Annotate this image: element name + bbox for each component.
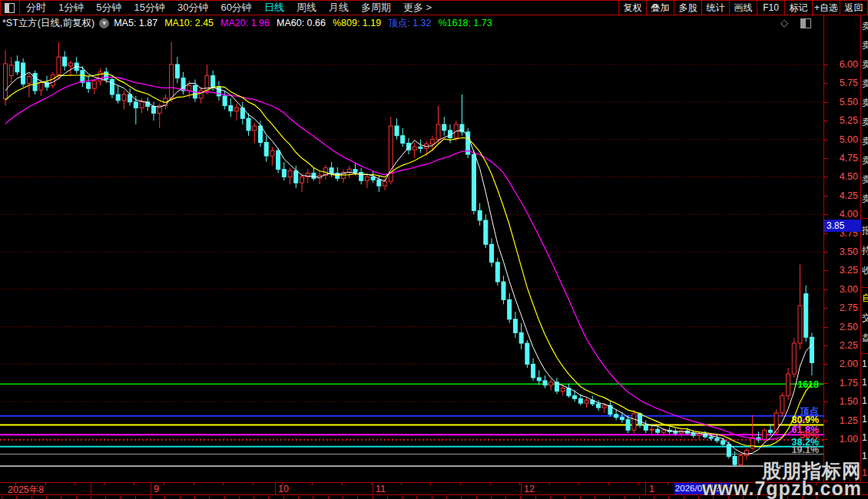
lower-pane-tick: [609, 496, 610, 499]
right-panel-label: 卖: [862, 156, 868, 166]
button-叠加[interactable]: 叠加: [646, 1, 674, 15]
week-tick: [45, 483, 46, 485]
week-tick: [490, 483, 491, 485]
tab-30分钟[interactable]: 30分钟: [177, 1, 208, 15]
button-画线[interactable]: 画线: [729, 1, 757, 15]
panel-toggle-button[interactable]: [1, 1, 20, 15]
price-axis-label: 2.50: [840, 322, 858, 332]
toolbar-buttons: 复权叠加多股统计画线F10标记+自选返回: [618, 1, 867, 15]
right-panel-label: 1: [862, 433, 867, 443]
lower-pane-tick: [520, 496, 521, 499]
week-tick: [223, 483, 224, 485]
week-tick: [342, 483, 343, 485]
lower-pane-tick: [2, 496, 2, 499]
price-axis-label: 2.75: [840, 302, 858, 313]
lower-pane-tick: [194, 496, 195, 499]
tab-60分钟[interactable]: 60分钟: [220, 1, 251, 15]
week-tick: [312, 483, 313, 485]
tab-1分钟[interactable]: 1分钟: [58, 1, 84, 15]
tab-更多 >[interactable]: 更多 >: [403, 1, 432, 15]
lower-pane-tick: [343, 496, 343, 499]
week-tick: [75, 483, 75, 485]
ma-indicator-values: MA5: 1.87MA10: 2.45MA20: 1.96MA60: 0.66%…: [114, 17, 499, 30]
button-多股[interactable]: 多股: [674, 1, 701, 15]
week-tick: [638, 483, 639, 485]
week-tick: [549, 483, 550, 485]
right-panel-label: 交: [862, 313, 868, 323]
month-separator: [151, 483, 151, 494]
lower-pane-tick: [105, 496, 106, 499]
price-axis-label: 3.50: [840, 246, 858, 257]
indicator-value: MA60: 0.66: [277, 18, 326, 28]
lower-pane-tick: [639, 496, 640, 499]
tab-多周期[interactable]: 多周期: [361, 1, 391, 15]
indicator-value: %809: 1.19: [333, 18, 381, 28]
tab-分时[interactable]: 分时: [26, 1, 46, 15]
price-axis-label: 2.00: [840, 359, 858, 369]
indicator-value: MA5: 1.87: [114, 18, 157, 28]
candlestick-chart[interactable]: 1618顶点80.9%61.8%50%38.2%19.1%: [0, 31, 823, 482]
indicator-value: 顶点: 1.32: [388, 18, 431, 28]
lower-pane-tick: [239, 496, 240, 499]
price-axis-label: 6.00: [840, 59, 858, 70]
tab-日线[interactable]: 日线: [264, 1, 284, 15]
right-panel-label: 收: [862, 266, 868, 276]
price-axis-label: 5.75: [840, 78, 858, 88]
right-panel-label: 卖: [862, 41, 868, 51]
date-axis-label: 1: [649, 484, 654, 494]
right-panel-label: 卖: [862, 21, 868, 31]
lower-pane-tick: [253, 496, 254, 499]
lower-pane-tick: [580, 496, 581, 499]
price-axis-label: 3.00: [840, 284, 858, 295]
price-axis-label: 2.25: [840, 340, 858, 351]
button-返回[interactable]: 返回: [840, 1, 867, 15]
button-复权[interactable]: 复权: [618, 1, 646, 15]
week-tick: [578, 483, 579, 485]
lower-pane-tick: [328, 496, 329, 499]
lower-pane-tick: [180, 496, 181, 499]
chevron-down-icon[interactable]: ▾: [99, 18, 109, 28]
diamond-icon[interactable]: ◇: [780, 17, 788, 28]
month-separator: [521, 483, 522, 494]
lower-pane-tick: [298, 496, 299, 499]
button-标记[interactable]: 标记: [784, 1, 812, 15]
lower-pane-tick: [120, 496, 121, 499]
lower-pane-tick: [491, 496, 492, 499]
right-panel-label: 盘: [862, 333, 868, 343]
right-quote-panel-sliver[interactable]: 卖卖卖卖卖卖卖卖卖卖报持收自交盘1111111: [861, 15, 868, 482]
split-pane-icon[interactable]: [800, 18, 811, 28]
button-F10[interactable]: F10: [757, 1, 784, 15]
panel-toggle-icon: [5, 3, 15, 13]
right-panel-label: 卖: [862, 194, 868, 204]
week-tick: [253, 483, 253, 485]
price-axis-label: 4.50: [840, 171, 858, 182]
lower-pane-tick: [209, 496, 210, 499]
week-tick: [460, 483, 461, 485]
price-axis-label: 4.75: [840, 153, 858, 164]
tab-周线[interactable]: 周线: [297, 1, 316, 15]
price-axis-label: 3.25: [840, 265, 858, 276]
right-panel-label: 1: [862, 451, 867, 461]
date-axis-label: 12: [524, 484, 535, 494]
lower-pane-tick: [135, 496, 136, 499]
tab-15分钟[interactable]: 15分钟: [134, 1, 164, 15]
lower-pane-tick: [595, 496, 595, 499]
button-+自选[interactable]: +自选: [812, 1, 840, 15]
lower-pane-tick: [416, 496, 417, 499]
month-separator: [91, 483, 91, 494]
right-panel-label: 持: [862, 246, 868, 256]
tab-月线[interactable]: 月线: [329, 1, 349, 15]
lower-pane-tick: [224, 496, 225, 499]
week-tick: [430, 483, 431, 485]
month-separator: [645, 483, 646, 494]
lower-pane-tick: [698, 496, 699, 499]
lower-pane-tick: [668, 496, 669, 499]
lower-pane-tick: [16, 496, 17, 499]
button-统计[interactable]: 统计: [701, 1, 729, 15]
lower-pane-tick: [373, 496, 373, 499]
lower-pane-tick: [461, 496, 462, 499]
lower-pane-tick: [31, 496, 32, 499]
price-axis-label: 1.50: [840, 396, 858, 407]
week-tick: [401, 483, 402, 485]
tab-5分钟[interactable]: 5分钟: [96, 1, 121, 15]
